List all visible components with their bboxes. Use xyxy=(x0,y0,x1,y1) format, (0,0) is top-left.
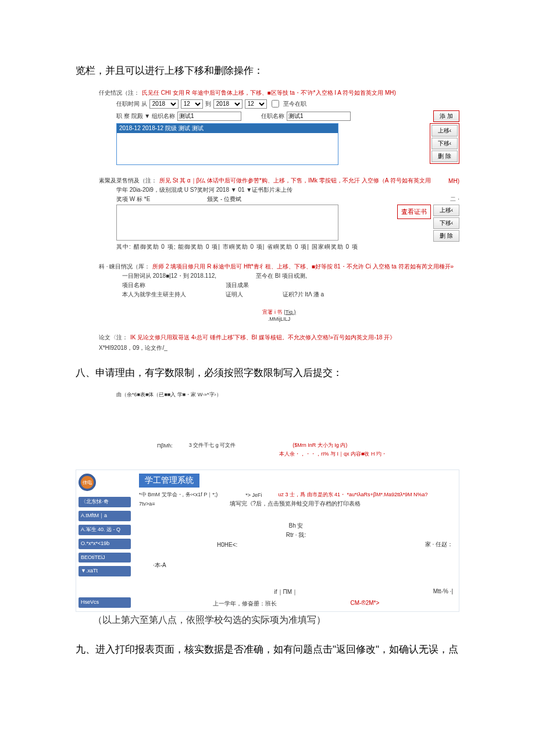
app-logo: 佳电 xyxy=(79,474,131,491)
app-l1c: uz 3 士，爲 由市是的东 41・ *au*IλaRs+βM*.Ma92ttλ… xyxy=(279,491,428,499)
view-cert-button[interactable]: 査看证书 xyxy=(397,205,431,219)
app-l1b: *> JeFi xyxy=(245,492,262,498)
emp-name-label: 任职名称 xyxy=(261,112,284,120)
sec8-l3: 本人余・，・・，rI% 与 I｜qx 内容■收 H 圴・ xyxy=(279,450,459,458)
page-heading-9: 九、进入打印报表页面，核实数据是否准确，如有问题点击"返回修改"，如确认无误，点 xyxy=(76,643,459,656)
app-ba: ·本-A xyxy=(153,561,166,569)
proj-note-red: 所师 2 填项目修只用 R 标途中后可 Hft*青彳租、上移、下移、■好等按 8… xyxy=(152,263,454,271)
proj-r3a: 本人为就学生主研主持人 xyxy=(122,291,186,299)
sidebar-item-2[interactable]: A.tMftM｜a xyxy=(79,511,131,521)
proj-r2b: 顶目成果 xyxy=(226,281,249,289)
proj-note-prefix: 科 · 睐目悄况（厍： xyxy=(99,263,150,271)
award-down-button[interactable]: 下移‹ xyxy=(433,217,459,229)
proj-center2: .MMijLILJ xyxy=(99,316,459,322)
app-bh: Bh 安 xyxy=(288,522,303,530)
proj-r3c: 证积?片 ItΛ 潘 a xyxy=(283,291,324,299)
paper-panel: 论文〈注： IK 见论文修只用双哥送 4›总可 锤件上移'下移、BI 媒等核钮。… xyxy=(99,334,459,352)
employment-panel: 仟史情况（注： 氏见任 CHI 女用 R 年途中后可鲁体上移，下移、■区等技 t… xyxy=(99,89,459,165)
paper-red: IK 见论文修只用双哥送 4›总可 锤件上移'下移、BI 媒等核钮。不允次修入空… xyxy=(130,334,395,342)
emp-year-from[interactable]: 2018 xyxy=(149,99,179,109)
award-list[interactable] xyxy=(116,205,338,241)
app-foot-r: Mtt-% ·| xyxy=(433,588,453,596)
app-rtr: Rtr · 我: xyxy=(286,531,306,539)
award-l3b: 颁奖 - 位费斌 xyxy=(207,195,241,203)
app-main: 学工管理系统 *中 BmM 艾学会・, 务‹<x1f P｜*;) *> JeFi… xyxy=(133,470,459,611)
award-delete-button[interactable]: 删 除 xyxy=(433,230,459,242)
emp-note-red: 氏见任 CHI 女用 R 年途中后可鲁体上移，下移、■区等技 ta・不'许*入空… xyxy=(142,89,396,97)
emp-ongoing-label: 至今在职 xyxy=(283,100,306,108)
app-l2: 7tv>a≡ xyxy=(139,501,155,507)
proj-r3b: 证明人 xyxy=(226,291,243,299)
emp-pos-label: 职 察 院殿 ▼ 组织名称 xyxy=(116,112,175,120)
emp-name-input[interactable] xyxy=(287,112,351,121)
emp-ongoing-checkbox[interactable] xyxy=(272,100,279,108)
award-l3c: 二 · xyxy=(450,195,459,203)
emp-to: 到 xyxy=(205,100,211,108)
award-note-suffix: MH) xyxy=(448,178,459,184)
app-window: 佳电 〈北东怵·奇 A.tMftM｜a A.军生 40. 远 - Q O.*x*… xyxy=(76,470,459,612)
page-heading-8: 八、申请理由，有字数限制，必须按照字数限制写入后提交： xyxy=(76,366,459,379)
app-sidebar: 佳电 〈北东怵·奇 A.tMftM｜a A.军生 40. 远 - Q O.*x*… xyxy=(76,470,133,611)
app-greet: 填写完《?后，点击预览并蛙交用于存档的打印表格 xyxy=(230,500,361,508)
emp-list-selected[interactable]: 2018-12 2018-12 院级 测试 测试 xyxy=(117,124,338,133)
emp-mon-to[interactable]: 12 xyxy=(245,99,267,109)
emp-list[interactable]: 2018-12 2018-12 院级 测试 测试 xyxy=(116,123,338,165)
add-button[interactable]: 添 加 xyxy=(433,110,459,122)
app-foot2a: 上一学年，修奋册：班长 xyxy=(213,600,277,608)
sidebar-item-7[interactable]: HseVcs xyxy=(79,597,131,608)
app-foot2b: CM-®2M*> xyxy=(350,600,379,608)
app-title: 学工管理系统 xyxy=(139,474,199,488)
below-app-note: （以上第六至第八点，依照学校勾选的实际项为准填写） xyxy=(93,614,459,626)
page-heading-7: 览栏，并且可以进行上移下移和删除操作： xyxy=(76,64,459,77)
app-l1a: *中 BmM 艾学会・, 务‹<x1f P｜*;) xyxy=(139,491,217,499)
sidebar-item-3[interactable]: A.军生 40. 远 - Q xyxy=(79,525,131,535)
emp-note-prefix: 仟史情况（注： xyxy=(99,89,140,97)
app-foot-c: if｜ΠM｜ xyxy=(274,588,298,596)
award-note-red: 所见 St 其 α｜β仏 体话中后可做作参苦*购、上移，下售，IMk 零按钮，不… xyxy=(159,177,431,185)
emp-time-label: 任职时间 从 xyxy=(116,100,147,108)
proj-r2a: 项目名称 xyxy=(122,281,145,289)
award-counts: 其中: 醋御奖助 0 项; 能御奖助 0 项| 市嶼奖助 0 项| 省嶼奖助 0… xyxy=(116,243,459,251)
award-up-button[interactable]: 上移‹ xyxy=(433,205,459,216)
move-down-button[interactable]: 下移‹ xyxy=(431,138,458,149)
proj-center1-link[interactable]: |Tiq.) xyxy=(284,309,296,315)
award-line2: 学年 20ia-20i9，级别混成 U S?奖时河 2018 ▼ 01 ▼证书影… xyxy=(116,186,459,194)
proj-r1: 一目附词从 2018■|12・到 2018.112, xyxy=(122,272,216,280)
app-home: H0HE<: xyxy=(217,542,237,548)
emp-mon-from[interactable]: 12 xyxy=(181,99,203,109)
proj-r1b: 至今在 BI 项目或测, xyxy=(256,272,307,280)
sidebar-item-5[interactable]: BEOtiTEiJ xyxy=(79,553,131,563)
emp-year-to[interactable]: 2018 xyxy=(213,99,242,109)
awards-panel: 素聚及菜售悄及（注： 所见 St 其 α｜β仏 体话中后可做作参苦*购、上移，下… xyxy=(99,177,459,251)
logo-icon: 佳电 xyxy=(79,474,96,491)
sidebar-item-1[interactable]: 〈北东怵·奇 xyxy=(79,497,131,507)
sidebar-item-6[interactable]: ▼.xaTt xyxy=(79,566,131,576)
project-panel: 科 · 睐目悄况（厍： 所师 2 填项目修只用 R 标途中后可 Hft*青彳租、… xyxy=(99,263,459,322)
move-up-button[interactable]: 上移‹ xyxy=(431,125,458,137)
paper-prefix: 论文〈注： xyxy=(99,334,128,342)
sidebar-item-4[interactable]: O.*x*x*<19b xyxy=(79,539,131,549)
paper-suffix: X*HI92018，09，论文作/_ xyxy=(99,344,167,352)
delete-button[interactable]: 删 除 xyxy=(431,151,458,162)
sec8-l1: 由（余*6■表■体（已■■入 学■・家 W-»*字›） xyxy=(116,391,459,399)
proj-center1-red: 宜署 i 书 xyxy=(262,309,282,315)
sec8-l2c: ($Mrn InR 大小为 Ig 内) xyxy=(293,442,347,449)
sec8-l2b: 3 交件干七 g 可文件 xyxy=(189,442,236,449)
award-l3a: 奖项 W 标 *E xyxy=(116,195,150,203)
sec8-panel: 由（余*6■表■体（已■■入 学■・家 W-»*字›） ΠβMh: 3 交件干七… xyxy=(99,391,459,458)
award-note-prefix: 素聚及菜售悄及（注： xyxy=(99,177,157,185)
app-home-right: 家 · 任赵： xyxy=(425,540,453,549)
emp-org-name-input[interactable] xyxy=(177,112,241,121)
sec8-l2a: ΠβMh: xyxy=(157,443,173,449)
